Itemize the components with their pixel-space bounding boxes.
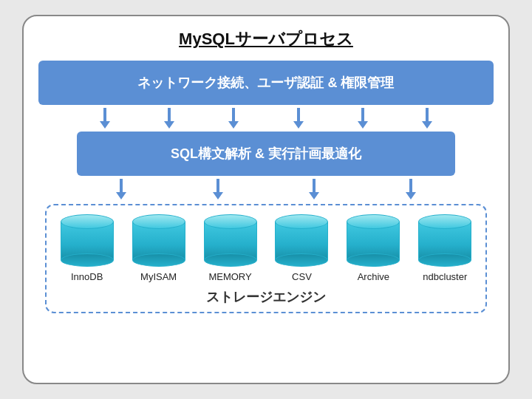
cyl-bottom-innodb [61,253,114,267]
arrow-4 [293,108,304,129]
cyl-bottom-csv [275,253,328,267]
arrow-8 [213,179,223,200]
cyl-label-myisam: MyISAM [140,271,177,282]
cylinder-ndbcluster: ndbcluster [411,214,480,282]
cyl-label-archive: Archive [358,271,389,282]
arrow-3 [228,108,239,129]
arrows-row-1 [72,108,460,129]
arrow-2 [164,108,174,129]
cyl-bottom-memory [204,253,257,267]
cyl-label-memory: MEMORY [208,271,251,282]
cyl-top-memory [204,214,257,229]
cylinder-shape-innodb [61,214,114,267]
cylinder-shape-memory [204,214,257,267]
arrow-1 [100,108,110,129]
cylinder-shape-csv [275,214,328,267]
cyl-top-csv [275,214,328,229]
bar2: SQL構文解析 & 実行計画最適化 [77,132,454,176]
cyl-top-ndbcluster [418,214,471,229]
cylinder-shape-ndbcluster [418,214,471,267]
storage-engine-box: InnoDB MyISAM MEMORY [45,204,487,313]
cyl-label-innodb: InnoDB [71,271,103,282]
cylinder-archive: Archive [339,214,408,282]
page-title: MySQLサーバプロセス [179,28,353,50]
storage-engine-title: ストレージエンジン [206,288,326,306]
main-container: MySQLサーバプロセス ネットワーク接続、ユーザ認証 & 権限管理 SQL構文… [22,15,510,384]
arrow-9 [309,179,319,200]
cylinder-memory: MEMORY [196,214,265,282]
cylinder-myisam: MyISAM [124,214,193,282]
cyl-top-myisam [132,214,185,229]
cyl-bottom-myisam [132,253,185,267]
cylinder-innodb: InnoDB [52,214,121,282]
arrow-7 [116,179,126,200]
cyl-bottom-archive [347,253,400,267]
cyl-label-ndbcluster: ndbcluster [423,271,467,282]
cyl-top-archive [347,214,400,229]
cylinders-row: InnoDB MyISAM MEMORY [52,214,480,282]
cylinder-csv: CSV [267,214,336,282]
cylinder-shape-myisam [132,214,185,267]
arrow-10 [406,179,416,200]
cyl-top-innodb [61,214,114,229]
arrows-row-2 [72,179,460,200]
cyl-bottom-ndbcluster [418,253,471,267]
cyl-label-csv: CSV [292,271,312,282]
arrow-6 [422,108,432,129]
cylinder-shape-archive [347,214,400,267]
bar1: ネットワーク接続、ユーザ認証 & 権限管理 [38,61,494,105]
arrow-5 [358,108,368,129]
